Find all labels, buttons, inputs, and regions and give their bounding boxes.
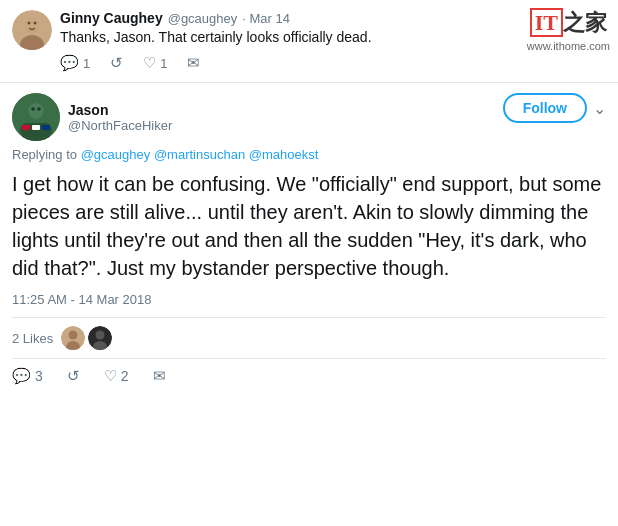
reply-user-1[interactable]: @gcaughey — [81, 147, 151, 162]
logo-zh: 之家 — [563, 10, 607, 35]
watermark-logo: IT之家 — [527, 8, 610, 38]
reply-action-jason[interactable]: 💬 3 — [12, 367, 43, 385]
like-icon-jason: ♡ — [104, 367, 117, 385]
likes-section: 2 Likes — [12, 317, 606, 359]
replying-to: Replying to @gcaughey @martinsuchan @mah… — [12, 147, 606, 162]
reply-user-2[interactable]: @martinsuchan — [154, 147, 245, 162]
dm-icon-jason: ✉ — [153, 367, 166, 385]
reply-icon-jason: 💬 — [12, 367, 31, 385]
tweet-jason-header: Jason @NorthFaceHiker Follow ⌄ — [12, 93, 606, 141]
page-wrapper: IT之家 www.ithome.com Ginny Caughey — [0, 0, 618, 395]
like-avatars — [61, 326, 112, 350]
svg-point-9 — [28, 103, 44, 119]
tweet-ginny: Ginny Caughey @gcaughey · Mar 14 Thanks,… — [0, 0, 618, 83]
tweet-actions-ginny: 💬 1 ↺ ♡ 1 ✉ — [60, 54, 606, 72]
svg-rect-13 — [22, 125, 30, 130]
retweet-icon: ↺ — [110, 54, 123, 72]
like-action-ginny[interactable]: ♡ 1 — [143, 54, 167, 72]
svg-rect-14 — [32, 125, 40, 130]
display-name-ginny: Ginny Caughey — [60, 10, 163, 26]
retweet-action-jason[interactable]: ↺ — [67, 367, 80, 385]
bottom-actions-jason: 💬 3 ↺ ♡ 2 ✉ — [12, 367, 606, 385]
reply-icon: 💬 — [60, 54, 79, 72]
user-info-ginny: Ginny Caughey @gcaughey · Mar 14 — [60, 10, 606, 26]
reply-action-ginny[interactable]: 💬 1 — [60, 54, 90, 72]
svg-point-5 — [34, 22, 37, 25]
logo-it: IT — [530, 8, 563, 37]
tweet-jason: Jason @NorthFaceHiker Follow ⌄ Replying … — [0, 83, 618, 395]
follow-button[interactable]: Follow — [503, 93, 587, 123]
tweet-timestamp: 11:25 AM - 14 Mar 2018 — [12, 292, 606, 307]
like-icon: ♡ — [143, 54, 156, 72]
like-count-ginny: 1 — [160, 56, 167, 71]
user-follow-area: Jason @NorthFaceHiker — [12, 93, 172, 141]
reply-count-jason: 3 — [35, 368, 43, 384]
reply-count-ginny: 1 — [83, 56, 90, 71]
like-avatar-1 — [61, 326, 85, 350]
retweet-icon-jason: ↺ — [67, 367, 80, 385]
tweet-ginny-header: Ginny Caughey @gcaughey · Mar 14 Thanks,… — [12, 10, 606, 72]
svg-point-10 — [31, 107, 35, 111]
dm-action-jason[interactable]: ✉ — [153, 367, 166, 385]
svg-rect-15 — [42, 125, 50, 130]
likes-label: Likes — [23, 331, 53, 346]
tweet-date-ginny: · Mar 14 — [242, 11, 290, 26]
tweet-text-ginny: Thanks, Jason. That certainly looks offi… — [60, 28, 606, 46]
retweet-action-ginny[interactable]: ↺ — [110, 54, 123, 72]
main-tweet-text: I get how it can be confusing. We "offic… — [12, 170, 606, 282]
follow-area: Follow ⌄ — [503, 93, 606, 123]
avatar-jason — [12, 93, 60, 141]
svg-point-11 — [37, 107, 41, 111]
like-avatar-2 — [88, 326, 112, 350]
avatar-ginny — [12, 10, 52, 50]
like-count-jason: 2 — [121, 368, 129, 384]
like-action-jason[interactable]: ♡ 2 — [104, 367, 129, 385]
svg-point-4 — [28, 22, 31, 25]
watermark-url: www.ithome.com — [527, 40, 610, 52]
svg-point-17 — [69, 331, 78, 340]
screen-name-ginny: @gcaughey — [168, 11, 238, 26]
tweet-ginny-info: Ginny Caughey @gcaughey · Mar 14 Thanks,… — [60, 10, 606, 72]
reply-user-3[interactable]: @mahoekst — [249, 147, 319, 162]
replying-to-label: Replying to — [12, 147, 77, 162]
screen-name-jason: @NorthFaceHiker — [68, 118, 172, 133]
dm-action-ginny[interactable]: ✉ — [187, 54, 200, 72]
watermark: IT之家 www.ithome.com — [527, 8, 610, 52]
dm-icon: ✉ — [187, 54, 200, 72]
display-name-jason: Jason — [68, 102, 172, 118]
likes-count: 2 Likes — [12, 331, 53, 346]
likes-number: 2 — [12, 331, 19, 346]
caret-button[interactable]: ⌄ — [593, 99, 606, 118]
jason-name-block: Jason @NorthFaceHiker — [68, 102, 172, 133]
svg-point-20 — [96, 331, 105, 340]
